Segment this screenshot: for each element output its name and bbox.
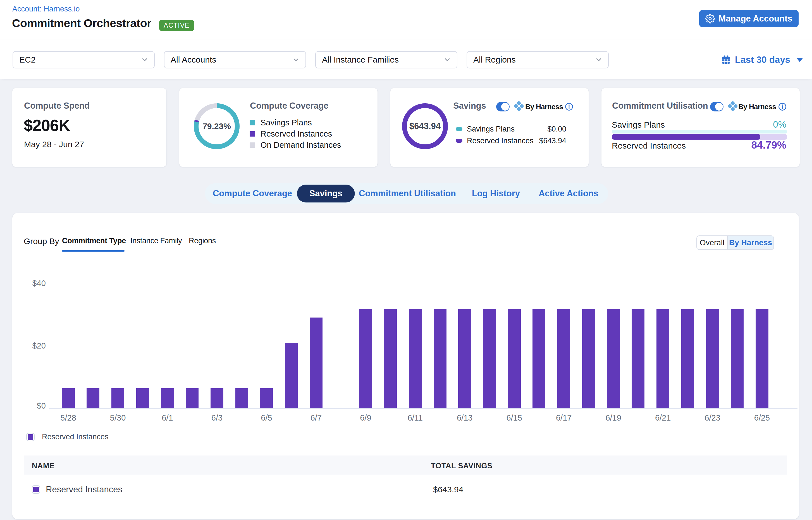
bar-6/15[interactable]	[508, 309, 521, 408]
row-value: $0.00	[547, 125, 566, 133]
bar-6/21[interactable]	[656, 309, 669, 408]
utilisation-savings-plans-value: 0%	[773, 119, 786, 130]
column-name: NAME	[32, 462, 55, 470]
page-header: Account: Harness.io Commitment Orchestra…	[0, 0, 812, 39]
bar-6/18[interactable]	[582, 309, 595, 408]
regions-dropdown[interactable]: All Regions	[467, 51, 609, 69]
utilisation-by-harness-toggle[interactable]	[710, 102, 724, 111]
bar-6/20[interactable]	[632, 309, 645, 408]
bar-5/29[interactable]	[86, 388, 99, 408]
accounts-dropdown[interactable]: All Accounts	[164, 51, 306, 69]
tab-savings[interactable]: Savings	[297, 185, 355, 203]
bar-6/2[interactable]	[186, 388, 199, 408]
bar-5/30[interactable]	[111, 388, 124, 408]
x-axis-label: 6/19	[605, 413, 621, 422]
instance-families-dropdown[interactable]: All Instance Families	[315, 51, 457, 69]
bar-6/24[interactable]	[731, 309, 743, 408]
savings-center-label: $643.94	[402, 103, 448, 149]
savings-title: Savings	[453, 101, 486, 111]
x-axis-label: 6/1	[162, 413, 173, 422]
row-label: Savings Plans	[467, 125, 515, 133]
legend-label: Reserved Instances	[261, 129, 332, 138]
bar-6/12[interactable]	[434, 309, 446, 408]
bar-6/22[interactable]	[681, 309, 694, 408]
savings-plans-utilisation-bar	[612, 130, 787, 133]
row-label: Reserved Instances	[467, 136, 533, 145]
chart-legend[interactable]: Reserved Instances	[26, 433, 109, 441]
x-axis-label: 5/28	[60, 413, 76, 422]
table-header: NAME TOTAL SAVINGS	[24, 456, 787, 475]
utilisation-reserved-instances-value: 84.79%	[752, 139, 787, 151]
compute-spend-card: Compute Spend $206K May 28 - Jun 27	[12, 88, 166, 167]
manage-accounts-label: Manage Accounts	[718, 14, 792, 24]
legend-item-on-demand: On Demand Instances	[250, 140, 341, 150]
utilisation-by-harness-label: By Harness	[738, 103, 776, 111]
x-axis-label: 6/17	[556, 413, 572, 422]
bar-6/6[interactable]	[285, 343, 298, 408]
reserved-instances-legend-swatch	[26, 433, 35, 441]
bar-6/4[interactable]	[235, 388, 248, 408]
info-icon[interactable]	[565, 103, 573, 111]
legend-item-reserved-instances: Reserved Instances	[250, 129, 332, 138]
info-icon[interactable]	[778, 103, 787, 111]
bar-6/14[interactable]	[483, 309, 496, 408]
y-axis-label: $0	[37, 401, 46, 411]
savings-plans-swatch	[456, 127, 463, 131]
y-axis-label: $20	[32, 341, 46, 350]
savings-row-reserved-instances: Reserved Instances $643.94	[456, 137, 566, 145]
bar-5/31[interactable]	[136, 388, 149, 408]
toggle-knob	[501, 103, 509, 111]
bar-6/13[interactable]	[458, 309, 471, 408]
account-breadcrumb-link[interactable]: Account: Harness.io	[12, 5, 80, 14]
savings-card: $643.94 Savings By Harness Savings Plans…	[390, 88, 588, 167]
x-axis-label: 6/25	[754, 413, 770, 422]
tab-commitment-utilisation[interactable]: Commitment Utilisation	[359, 183, 456, 204]
bar-6/7[interactable]	[310, 317, 322, 408]
date-range-selector[interactable]: Last 30 days	[721, 51, 803, 69]
x-axis-label: 6/13	[457, 413, 472, 422]
harness-logo	[514, 101, 524, 111]
calendar-icon	[721, 55, 731, 65]
toggle-knob	[715, 103, 723, 111]
tab-log-history[interactable]: Log History	[472, 183, 520, 204]
legend-item-savings-plans: Savings Plans	[250, 118, 312, 127]
bar-6/1[interactable]	[161, 388, 174, 408]
legend-label: Savings Plans	[261, 118, 312, 127]
reserved-instances-utilisation-bar	[612, 134, 787, 140]
tab-compute-coverage[interactable]: Compute Coverage	[213, 183, 292, 204]
bar-6/17[interactable]	[557, 309, 570, 408]
bar-6/10[interactable]	[384, 309, 397, 408]
x-axis-label: 5/30	[110, 413, 126, 422]
bar-6/23[interactable]	[706, 309, 719, 408]
bar-6/5[interactable]	[260, 388, 273, 408]
bar-5/28[interactable]	[62, 388, 75, 408]
compute-spend-period: May 28 - Jun 27	[24, 140, 84, 149]
compute-coverage-title: Compute Coverage	[250, 101, 329, 111]
bar-6/16[interactable]	[532, 309, 545, 408]
utilisation-reserved-instances-label: Reserved Instances	[612, 141, 686, 151]
commitment-utilisation-card: Commitment Utilisation By Harness Saving…	[601, 88, 800, 167]
manage-accounts-button[interactable]: Manage Accounts	[699, 10, 798, 27]
bar-6/25[interactable]	[756, 309, 768, 408]
harness-logo	[728, 101, 737, 111]
bar-6/3[interactable]	[211, 388, 224, 408]
bar-6/11[interactable]	[409, 309, 422, 408]
bar-6/9[interactable]	[359, 309, 372, 408]
x-axis-label: 6/23	[705, 413, 720, 422]
x-axis-label: 6/9	[360, 413, 371, 422]
utilisation-savings-plans-label: Savings Plans	[612, 120, 665, 130]
table-row[interactable]: Reserved Instances $643.94	[24, 475, 787, 504]
status-badge: ACTIVE	[159, 20, 194, 31]
commitment-utilisation-title: Commitment Utilisation	[612, 101, 708, 111]
x-axis-label: 6/5	[261, 413, 272, 422]
savings-by-harness-toggle[interactable]	[496, 102, 509, 111]
tab-active-actions[interactable]: Active Actions	[539, 183, 598, 204]
x-axis-label: 6/7	[311, 413, 322, 422]
on-demand-swatch	[250, 142, 255, 148]
compute-coverage-card: 79.23% Compute Coverage Savings Plans Re…	[179, 88, 377, 167]
service-dropdown[interactable]: EC2	[12, 51, 155, 69]
row-value: $643.94	[539, 136, 566, 145]
chevron-down-icon	[443, 56, 451, 64]
x-axis-label: 6/21	[655, 413, 671, 422]
bar-6/19[interactable]	[607, 309, 620, 408]
